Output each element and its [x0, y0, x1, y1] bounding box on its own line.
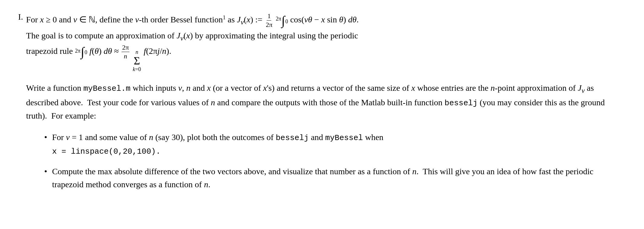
section-body: For x ≥ 0 and ν ∈ ℕ, define the ν-th ord…	[26, 12, 626, 198]
fraction-2pi-over-n: 2π n	[122, 44, 129, 61]
myBessel-code: myBessel.m	[83, 84, 131, 93]
besselj-code: besselj	[444, 99, 477, 108]
x-linspace-code: x = linspace(0,20,100).	[52, 147, 161, 156]
bullet-2-text: Compute the max absolute difference of t…	[52, 165, 626, 191]
x-geq-0: x	[40, 15, 44, 24]
para1-line2-text: The goal is to compute an approximation …	[26, 31, 358, 40]
bullet-item-1: • For ν = 1 and some value of n (say 30)…	[44, 131, 626, 158]
bullet-list: • For ν = 1 and some value of n (say 30)…	[44, 131, 626, 191]
paragraph-1: For x ≥ 0 and ν ∈ ℕ, define the ν-th ord…	[26, 12, 626, 73]
bullet-item-2: • Compute the max absolute difference of…	[44, 165, 626, 191]
paragraph-2: Write a function myBessel.m which inputs…	[26, 81, 626, 122]
besselj-code-2: besselj	[276, 133, 309, 142]
integral-sign: ∫	[281, 14, 285, 27]
myBessel-code-2: myBessel	[325, 133, 363, 142]
integral-block: 2π ∫ 0	[276, 14, 288, 27]
main-content: I. For x ≥ 0 and ν ∈ ℕ, define the ν-th …	[18, 12, 626, 198]
fraction-1-over-2pi: 1 2π	[265, 12, 273, 29]
nu-in-N: ν	[73, 15, 77, 24]
bullet-1-text: For ν = 1 and some value of n (say 30), …	[52, 131, 626, 158]
bullet-dot-1: •	[44, 131, 47, 144]
integral-sign-2: ∫	[81, 45, 84, 58]
footnote-1: 1	[223, 15, 226, 21]
bullet-dot-2: •	[44, 165, 47, 178]
para1-line3-text: trapezoid rule 2π ∫ 0 f(θ) dθ ≈	[26, 46, 171, 56]
para1-line1-text: For x ≥ 0 and ν ∈ ℕ, define the ν-th ord…	[26, 15, 359, 24]
summation-symbol: n Σ k=0	[133, 49, 141, 73]
section-number: I.	[18, 12, 23, 198]
section-i: I. For x ≥ 0 and ν ∈ ℕ, define the ν-th …	[18, 12, 626, 198]
integral-block-2: 2π ∫ 0	[75, 45, 87, 58]
